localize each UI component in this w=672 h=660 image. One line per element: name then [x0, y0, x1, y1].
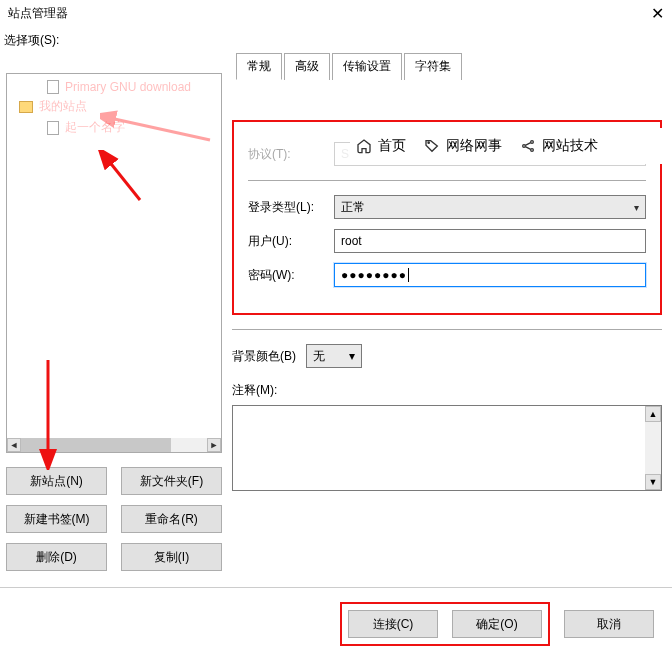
- select-label: 选择项(S):: [0, 26, 672, 53]
- home-icon: [356, 138, 372, 154]
- scroll-left-icon[interactable]: ◄: [7, 438, 21, 452]
- tree-item-name[interactable]: 起一个名字: [7, 117, 221, 138]
- user-label: 用户(U):: [248, 233, 334, 250]
- rename-button[interactable]: 重命名(R): [121, 505, 222, 533]
- tree-label: 起一个名字: [65, 119, 125, 136]
- window-title: 站点管理器: [8, 5, 68, 22]
- delete-button[interactable]: 删除(D): [6, 543, 107, 571]
- tab-charset[interactable]: 字符集: [404, 53, 462, 80]
- login-type-label: 登录类型(L):: [248, 199, 334, 216]
- breadcrumb-home[interactable]: 首页: [356, 137, 406, 155]
- divider: [232, 329, 662, 330]
- password-value: ●●●●●●●●: [341, 268, 409, 282]
- bg-color-row: 背景颜色(B) 无 ▾: [232, 344, 662, 368]
- scroll-down-icon[interactable]: ▼: [645, 474, 661, 490]
- connect-button[interactable]: 连接(C): [348, 610, 438, 638]
- bottom-bar: 连接(C) 确定(O) 取消: [0, 588, 672, 660]
- tabs: 常规 高级 传输设置 字符集: [236, 53, 662, 80]
- user-value: root: [341, 234, 362, 248]
- left-pane: Primary GNU download 我的站点 起一个名字 ◄ ►: [0, 53, 228, 571]
- new-bookmark-button[interactable]: 新建书签(M): [6, 505, 107, 533]
- user-row: 用户(U): root: [248, 229, 646, 253]
- divider: [248, 180, 646, 181]
- tree-label: Primary GNU download: [65, 80, 191, 94]
- cancel-button[interactable]: 取消: [564, 610, 654, 638]
- tag-icon: [424, 138, 440, 154]
- protocol-label: 协议(T):: [248, 146, 334, 163]
- svg-point-1: [523, 145, 526, 148]
- left-buttons: 新站点(N) 新文件夹(F) 新建书签(M) 重命名(R) 删除(D) 复制(I…: [6, 467, 222, 571]
- login-type-row: 登录类型(L): 正常 ▾: [248, 195, 646, 219]
- bg-color-select[interactable]: 无 ▾: [306, 344, 362, 368]
- login-type-select[interactable]: 正常 ▾: [334, 195, 646, 219]
- breadcrumb-net-label: 网络网事: [446, 137, 502, 155]
- new-site-button[interactable]: 新站点(N): [6, 467, 107, 495]
- breadcrumb-net[interactable]: 网络网事: [424, 137, 502, 155]
- scroll-track[interactable]: [21, 438, 207, 452]
- notes-textarea[interactable]: ▲ ▼: [232, 405, 662, 491]
- bg-color-label: 背景颜色(B): [232, 348, 296, 365]
- scroll-up-icon[interactable]: ▲: [645, 406, 661, 422]
- bg-color-value: 无: [313, 348, 325, 365]
- tab-advanced[interactable]: 高级: [284, 53, 330, 80]
- breadcrumb-tech[interactable]: 网站技术: [520, 137, 598, 155]
- tree-item-mysite[interactable]: 我的站点: [7, 96, 221, 117]
- new-folder-button[interactable]: 新文件夹(F): [121, 467, 222, 495]
- close-icon[interactable]: ✕: [651, 4, 664, 23]
- ok-button[interactable]: 确定(O): [452, 610, 542, 638]
- breadcrumb-tech-label: 网站技术: [542, 137, 598, 155]
- tab-general[interactable]: 常规: [236, 53, 282, 80]
- tree-item-primary[interactable]: Primary GNU download: [7, 78, 221, 96]
- svg-point-0: [428, 142, 429, 143]
- password-label: 密码(W):: [248, 267, 334, 284]
- user-field[interactable]: root: [334, 229, 646, 253]
- primary-buttons-highlight: 连接(C) 确定(O): [340, 602, 550, 646]
- file-icon: [47, 80, 59, 94]
- title-bar: 站点管理器 ✕: [0, 0, 672, 26]
- chevron-down-icon: ▾: [349, 349, 355, 363]
- svg-point-3: [531, 149, 534, 152]
- share-icon: [520, 138, 536, 154]
- breadcrumb-home-label: 首页: [378, 137, 406, 155]
- breadcrumb-overlay: 首页 网络网事 网站技术: [350, 128, 672, 164]
- folder-icon: [19, 101, 33, 113]
- site-tree[interactable]: Primary GNU download 我的站点 起一个名字 ◄ ►: [6, 73, 222, 453]
- chevron-down-icon: ▾: [634, 202, 639, 213]
- password-row: 密码(W): ●●●●●●●●: [248, 263, 646, 287]
- notes-label: 注释(M):: [232, 382, 662, 399]
- scroll-thumb[interactable]: [21, 438, 171, 452]
- notes-scrollbar[interactable]: ▲ ▼: [645, 406, 661, 490]
- scroll-right-icon[interactable]: ►: [207, 438, 221, 452]
- tree-hscroll[interactable]: ◄ ►: [7, 438, 221, 452]
- scroll-track[interactable]: [645, 422, 661, 474]
- copy-button[interactable]: 复制(I): [121, 543, 222, 571]
- tree-label: 我的站点: [39, 98, 87, 115]
- login-type-value: 正常: [341, 199, 365, 216]
- password-field[interactable]: ●●●●●●●●: [334, 263, 646, 287]
- svg-point-2: [531, 141, 534, 144]
- tab-transfer[interactable]: 传输设置: [332, 53, 402, 80]
- file-icon: [47, 121, 59, 135]
